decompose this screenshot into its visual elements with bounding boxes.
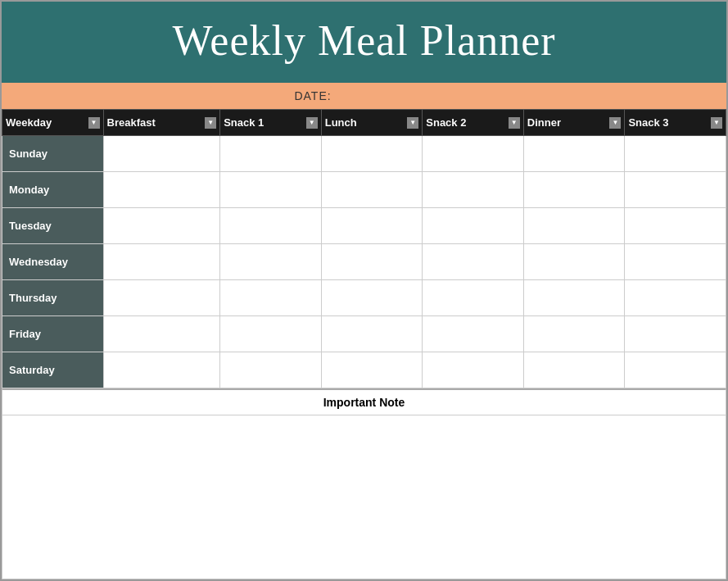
snack2-dropdown-icon[interactable]: ▼ [509,117,520,129]
meal-cell-tuesday-lunch[interactable] [321,208,423,244]
meal-cell-saturday-snack3[interactable] [625,352,726,388]
meal-cell-friday-snack2[interactable] [423,316,524,352]
meal-cell-thursday-breakfast[interactable] [103,280,220,316]
weekday-dropdown-icon[interactable]: ▼ [88,117,100,129]
meal-cell-thursday-snack1[interactable] [220,280,322,316]
meal-cell-friday-dinner[interactable] [523,316,625,352]
meal-cell-friday-snack1[interactable] [220,316,322,352]
meal-cell-monday-snack2[interactable] [423,172,524,208]
meal-cell-wednesday-snack2[interactable] [423,244,524,280]
meal-cell-sunday-snack3[interactable] [625,136,726,172]
meal-table: Weekday ▼ Breakfast ▼ Snack 1 ▼ [2,109,726,388]
meal-cell-saturday-snack2[interactable] [423,352,524,388]
date-label: DATE: [294,89,331,102]
meal-cell-wednesday-dinner[interactable] [523,244,625,280]
meal-cell-monday-snack1[interactable] [220,172,322,208]
meal-cell-sunday-breakfast[interactable] [103,136,220,172]
day-cell-friday: Friday [2,316,104,352]
date-bar: DATE: [2,83,726,109]
col-header-lunch[interactable]: Lunch ▼ [321,110,423,136]
snack1-dropdown-icon[interactable]: ▼ [306,117,318,129]
snack3-dropdown-icon[interactable]: ▼ [711,117,722,129]
table-container: Weekday ▼ Breakfast ▼ Snack 1 ▼ [2,109,726,579]
meal-cell-friday-lunch[interactable] [321,316,423,352]
meal-cell-monday-lunch[interactable] [321,172,423,208]
day-cell-monday: Monday [2,172,104,208]
meal-cell-thursday-dinner[interactable] [523,280,625,316]
day-cell-thursday: Thursday [2,280,104,316]
meal-cell-monday-snack3[interactable] [625,172,726,208]
day-cell-tuesday: Tuesday [2,208,104,244]
meal-cell-wednesday-snack3[interactable] [625,244,726,280]
meal-cell-monday-breakfast[interactable] [103,172,220,208]
table-row: Thursday [2,280,726,316]
meal-cell-tuesday-snack3[interactable] [625,208,726,244]
meal-cell-friday-snack3[interactable] [625,316,726,352]
meal-cell-saturday-lunch[interactable] [321,352,423,388]
meal-cell-thursday-snack3[interactable] [625,280,726,316]
meal-cell-saturday-dinner[interactable] [523,352,625,388]
dinner-dropdown-icon[interactable]: ▼ [609,117,621,129]
meal-cell-tuesday-dinner[interactable] [523,208,625,244]
meal-cell-tuesday-breakfast[interactable] [103,208,220,244]
col-header-weekday[interactable]: Weekday ▼ [2,110,104,136]
meal-cell-saturday-breakfast[interactable] [103,352,220,388]
column-header-row: Weekday ▼ Breakfast ▼ Snack 1 ▼ [2,110,726,136]
important-note-body[interactable] [2,415,726,579]
table-row: Wednesday [2,244,726,280]
day-cell-wednesday: Wednesday [2,244,104,280]
meal-cell-wednesday-lunch[interactable] [321,244,423,280]
meal-cell-sunday-snack2[interactable] [423,136,524,172]
table-row: Tuesday [2,208,726,244]
col-header-breakfast[interactable]: Breakfast ▼ [103,110,220,136]
important-note-title: Important Note [323,396,405,409]
meal-cell-tuesday-snack1[interactable] [220,208,322,244]
meal-cell-tuesday-snack2[interactable] [423,208,524,244]
meal-cell-saturday-snack1[interactable] [220,352,322,388]
important-note-header: Important Note [2,388,726,415]
col-header-snack1[interactable]: Snack 1 ▼ [220,110,322,136]
col-header-dinner[interactable]: Dinner ▼ [523,110,625,136]
table-row: Monday [2,172,726,208]
table-row: Sunday [2,136,726,172]
meal-cell-sunday-snack1[interactable] [220,136,322,172]
meal-cell-thursday-lunch[interactable] [321,280,423,316]
table-row: Friday [2,316,726,352]
col-header-snack2[interactable]: Snack 2 ▼ [423,110,524,136]
meal-cell-wednesday-snack1[interactable] [220,244,322,280]
day-cell-saturday: Saturday [2,352,104,388]
lunch-dropdown-icon[interactable]: ▼ [407,117,418,129]
meal-cell-monday-dinner[interactable] [523,172,625,208]
planner-wrapper: Weekly Meal Planner DATE: Weekday [0,0,728,581]
table-row: Saturday [2,352,726,388]
meal-cell-wednesday-breakfast[interactable] [103,244,220,280]
meal-cell-thursday-snack2[interactable] [423,280,524,316]
meal-cell-sunday-dinner[interactable] [523,136,625,172]
header: Weekly Meal Planner [2,2,726,83]
breakfast-dropdown-icon[interactable]: ▼ [205,117,216,129]
meal-cell-sunday-lunch[interactable] [321,136,423,172]
day-cell-sunday: Sunday [2,136,104,172]
col-header-snack3[interactable]: Snack 3 ▼ [625,110,726,136]
meal-cell-friday-breakfast[interactable] [103,316,220,352]
page-title: Weekly Meal Planner [10,16,718,65]
